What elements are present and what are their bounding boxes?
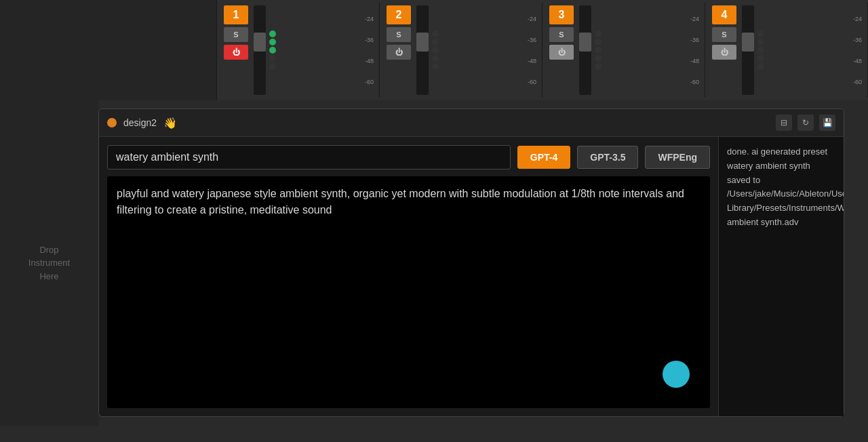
mixer-channel-1: 1 S ⏻ -24 -36 -48 -60	[217, 3, 380, 98]
level-meter-3	[593, 5, 603, 95]
db-labels-1: -24 -36 -48 -60	[363, 5, 375, 95]
dialog-title: design2	[123, 117, 157, 128]
meter-dot	[269, 39, 276, 45]
meter-dot	[757, 63, 764, 70]
titlebar-right: ⊟ ↻ 💾	[776, 115, 835, 131]
meter-dot	[757, 47, 764, 54]
channel-number-4: 4	[712, 5, 736, 24]
refresh-button[interactable]: ↻	[797, 115, 814, 131]
titlebar-left: design2 👋	[107, 117, 177, 129]
solo-btn-2[interactable]: S	[387, 27, 411, 42]
meter-dot	[757, 55, 764, 62]
side-panel: done. ai generated preset watery ambient…	[718, 137, 844, 416]
model-gpt35-button[interactable]: GPT-3.5	[577, 146, 638, 169]
fader-area-1	[254, 5, 361, 95]
solo-btn-4[interactable]: S	[712, 27, 736, 42]
meter-dot	[595, 31, 601, 37]
channel-controls-1: 1 S ⏻	[221, 5, 251, 95]
db-label: -48	[853, 58, 862, 64]
db-labels-4: -24 -36 -48 -60	[852, 5, 863, 95]
db-label: -24	[690, 16, 699, 22]
mute-btn-1[interactable]: ⏻	[224, 45, 248, 60]
db-label: -48	[690, 58, 699, 64]
fader-area-4	[742, 5, 849, 95]
mute-btn-4[interactable]: ⏻	[712, 45, 736, 60]
side-panel-text: done. ai generated preset watery ambient…	[727, 146, 844, 227]
db-label: -36	[528, 37, 536, 43]
level-meter-1	[268, 5, 277, 95]
meter-dot	[432, 63, 439, 70]
meter-dot	[595, 39, 601, 45]
mixer-area: 1 S ⏻ -24 -36 -48 -60	[0, 0, 868, 100]
db-label: -24	[365, 16, 374, 22]
model-wfpeng-button[interactable]: WFPEng	[645, 146, 710, 169]
mixer-left-empty	[0, 0, 217, 100]
db-label: -36	[853, 37, 862, 43]
db-label: -60	[365, 79, 374, 85]
minimize-button[interactable]: ⊟	[776, 115, 792, 131]
db-label: -24	[528, 16, 536, 22]
meter-dot	[269, 31, 276, 37]
main-dialog: design2 👋 ⊟ ↻ 💾 GPT-4 GPT-3.5 WFPEng pla…	[98, 108, 844, 417]
channel-controls-2: 2 S ⏻	[384, 5, 414, 95]
fader-track-2[interactable]	[416, 5, 429, 95]
mixer-channel-3: 3 S ⏻ -24 -36 -48 -60	[542, 3, 705, 98]
meter-dot	[269, 47, 276, 54]
fader-handle-1[interactable]	[254, 33, 266, 52]
fader-track-1[interactable]	[254, 5, 266, 95]
meter-dot	[595, 63, 601, 70]
db-label: -24	[853, 16, 862, 22]
fader-handle-4[interactable]	[742, 33, 754, 52]
channel-controls-3: 3 S ⏻	[547, 5, 576, 95]
db-labels-2: -24 -36 -48 -60	[526, 5, 538, 95]
db-label: -48	[528, 58, 536, 64]
meter-dot	[757, 31, 764, 37]
fader-area-2	[416, 5, 524, 95]
meter-dot	[432, 55, 439, 62]
meter-dot	[595, 47, 601, 54]
fader-track-3[interactable]	[579, 5, 591, 95]
level-meter-4	[756, 5, 766, 95]
meter-dot	[432, 39, 439, 45]
mixer-channels: 1 S ⏻ -24 -36 -48 -60	[217, 0, 868, 100]
channel-number-2: 2	[387, 5, 411, 24]
mute-btn-2[interactable]: ⏻	[387, 45, 411, 60]
channel-number-3: 3	[549, 5, 574, 24]
db-label: -36	[365, 37, 374, 43]
db-label: -60	[690, 79, 699, 85]
description-area: playful and watery japanese style ambien…	[107, 176, 710, 408]
meter-dot	[269, 63, 276, 70]
meter-dot	[269, 55, 276, 62]
description-text: playful and watery japanese style ambien…	[117, 188, 684, 216]
dialog-titlebar: design2 👋 ⊟ ↻ 💾	[99, 109, 844, 137]
fader-handle-3[interactable]	[579, 33, 591, 52]
model-gpt4-button[interactable]: GPT-4	[517, 146, 570, 169]
main-panel: GPT-4 GPT-3.5 WFPEng playful and watery …	[99, 137, 718, 416]
level-meter-2	[431, 5, 440, 95]
meter-dot	[757, 39, 764, 45]
processing-dot	[663, 361, 690, 388]
db-label: -48	[365, 58, 374, 64]
dialog-content: GPT-4 GPT-3.5 WFPEng playful and watery …	[99, 137, 844, 416]
search-input[interactable]	[107, 145, 511, 169]
window-dot[interactable]	[107, 118, 117, 127]
drop-line1: Drop	[39, 243, 58, 257]
meter-dot	[595, 55, 601, 62]
mixer-channel-4: 4 S ⏻ -24 -36 -48 -60	[705, 3, 868, 98]
meter-dot	[432, 31, 439, 37]
mute-btn-3[interactable]: ⏻	[549, 45, 574, 60]
channel-number-1: 1	[224, 5, 248, 24]
solo-btn-1[interactable]: S	[224, 27, 248, 42]
solo-btn-3[interactable]: S	[549, 27, 574, 42]
db-label: -60	[528, 79, 536, 85]
drop-line2: Instrument	[28, 256, 70, 270]
fader-track-4[interactable]	[742, 5, 754, 95]
meter-dot	[432, 47, 439, 54]
drop-line3: Here	[39, 270, 58, 283]
fader-area-3	[579, 5, 686, 95]
save-button[interactable]: 💾	[819, 115, 835, 131]
drop-instrument-area[interactable]: Drop Instrument Here	[0, 100, 98, 426]
db-label: -60	[853, 79, 862, 85]
channel-controls-4: 4 S ⏻	[709, 5, 739, 95]
fader-handle-2[interactable]	[416, 33, 429, 52]
